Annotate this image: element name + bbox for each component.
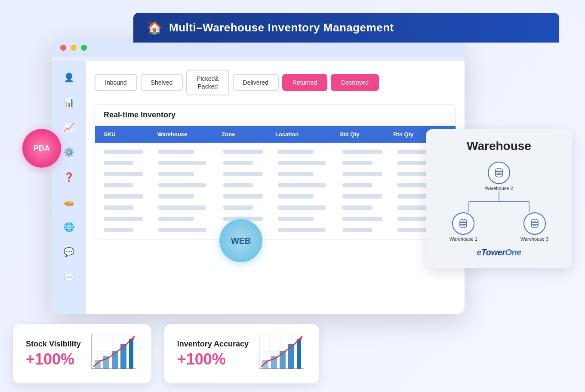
tab-inbound[interactable]: Inbound [95,74,137,91]
web-bubble: WEB [219,219,262,262]
warehouse-node-2: Warehouse 2 [485,162,513,191]
svg-point-11 [460,224,467,228]
table-row [104,168,447,180]
table-row [104,157,447,168]
sidebar-item-user[interactable]: 👤 [61,70,77,85]
warehouse-card-title: Warehouse [436,139,562,153]
svg-rect-45 [297,339,301,369]
skeleton-cell [104,205,133,210]
skeleton-cell [104,183,133,187]
warehouse-card: Warehouse Warehouse 2 [426,129,572,268]
sidebar-item-globe[interactable]: 🌐 [61,219,77,235]
svg-rect-30 [129,339,133,369]
web-label: WEB [231,236,251,246]
warehouse-node-3: Warehouse 3 [520,212,548,242]
skeleton-cell [342,217,382,221]
warehouse-3-icon [523,212,546,235]
skeleton-cell [104,172,143,176]
svg-point-16 [531,224,538,228]
skeleton-cell [397,217,427,221]
tab-picked-packed[interactable]: Picked&Packed [186,70,229,95]
house-icon: 🏠 [147,21,162,35]
tab-destroyed[interactable]: Destroyed [331,74,379,91]
col-warehouse: Warehouse [157,131,222,138]
svg-rect-44 [288,344,294,369]
minimize-dot[interactable] [71,45,77,51]
mini-chart-stock [91,334,139,373]
browser-window: 👤 📊 📈 ⚙️ ❓ 🥧 🌐 💬 ✉️ Inbound Shelved Pick… [52,39,465,314]
skeleton-cell [223,183,253,187]
warehouse-2-icon [488,162,510,184]
pda-label: PDA [34,144,50,153]
main-content: Inbound Shelved Picked&Packed Delivered … [86,61,465,314]
skeleton-cell [104,228,133,232]
header-bar: 🏠 Multi–Warehouse Inventory Management [133,13,559,43]
tab-delivered[interactable]: Delivered [233,74,279,91]
sidebar-item-settings[interactable]: ⚙️ [61,144,77,160]
skeleton-cell [158,228,206,232]
etowerone-logo: eTowerOne [436,247,562,258]
warehouse-diagram: Warehouse 2 [436,162,562,242]
col-sku: SKU [104,131,157,138]
close-dot[interactable] [60,45,66,51]
stat-value-stock: +100% [26,350,81,368]
skeleton-cell [223,194,263,199]
sidebar-item-chat[interactable]: 💬 [61,244,77,260]
stat-label-accuracy: Inventory Accuracy [177,340,249,349]
warehouse-3-label: Warehouse 3 [520,236,548,242]
tab-shelved[interactable]: Shelved [141,74,183,91]
skeleton-cell [342,150,382,154]
stat-text-stock: Stock Visibility +100% [26,340,81,368]
warehouse-1-label: Warehouse 1 [450,236,477,242]
skeleton-cell [158,183,206,187]
sidebar-item-trend[interactable]: 📈 [61,119,77,135]
warehouse-2-label: Warehouse 2 [485,186,513,191]
table-row [104,224,447,236]
maximize-dot[interactable] [81,45,87,51]
skeleton-cell [342,228,372,232]
scene: 🏠 Multi–Warehouse Inventory Management 👤… [0,0,585,392]
sidebar-item-chart[interactable]: 📊 [61,95,77,110]
skeleton-cell [342,205,372,210]
skeleton-cell [397,194,427,199]
tab-returned[interactable]: Returned [282,74,328,91]
table-row [104,146,447,157]
col-std-qty: Std Qty [340,131,394,138]
tab-bar: Inbound Shelved Picked&Packed Delivered … [95,70,456,95]
skeleton-cell [397,172,427,176]
skeleton-cell [278,183,326,187]
svg-rect-29 [120,344,126,369]
warehouse-1-icon [452,212,474,235]
skeleton-cell [342,194,382,199]
sidebar-item-help[interactable]: ❓ [61,169,77,185]
col-location: Location [275,131,340,138]
stat-cards: Stock Visibility +100% [13,324,319,383]
skeleton-cell [223,150,263,154]
skeleton-cell [342,183,372,187]
skeleton-cell [342,161,372,165]
stat-card-accuracy: Inventory Accuracy +100% [164,324,319,383]
skeleton-cell [397,150,427,154]
skeleton-cell [223,161,253,165]
stat-label-stock: Stock Visibility [26,340,81,349]
stat-card-stock: Stock Visibility +100% [13,324,151,383]
skeleton-cell [158,194,194,199]
inventory-section: Real-time Inventory SKU Warehouse Zone L… [95,104,456,239]
skeleton-cell [223,172,263,176]
skeleton-cell [158,172,194,176]
skeleton-cell [278,172,314,176]
table-row [104,213,447,224]
skeleton-cell [158,217,194,221]
skeleton-cell [104,161,133,165]
warehouse-node-1: Warehouse 1 [450,212,477,242]
connector-svg [452,191,546,212]
skeleton-cell [104,150,143,154]
skeleton-cell [278,205,326,210]
svg-point-2 [496,174,502,177]
table-row [104,180,447,191]
table-row [104,191,447,202]
sidebar-item-mail[interactable]: ✉️ [61,269,77,285]
sidebar-item-pie[interactable]: 🥧 [61,194,77,210]
skeleton-cell [104,217,143,221]
col-zone: Zone [222,131,275,138]
